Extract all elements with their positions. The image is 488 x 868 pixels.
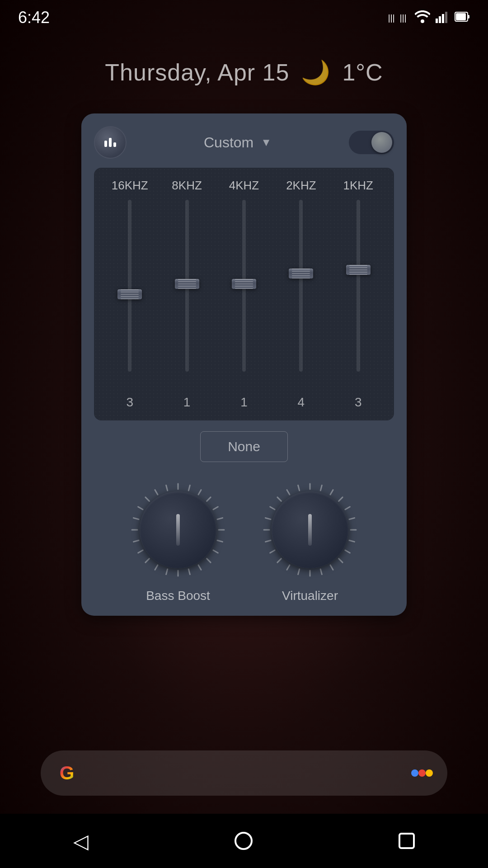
slider-16k[interactable] [109, 200, 150, 390]
slider-8k[interactable] [167, 200, 207, 390]
value-16k: 3 [107, 395, 152, 410]
virtualizer-knob[interactable] [260, 480, 360, 580]
svg-point-0 [421, 19, 424, 23]
none-button[interactable]: None [200, 431, 288, 462]
svg-point-58 [426, 769, 433, 777]
bass-boost-knob-wrapper[interactable]: // We'll generate ticks via HTML below B… [128, 480, 228, 603]
virtualizer-label: Virtualizer [282, 589, 338, 603]
svg-rect-7 [468, 15, 469, 19]
recents-button[interactable] [399, 833, 415, 849]
date-text: Thursday, Apr 15 [105, 59, 289, 85]
slider-track-2k[interactable] [299, 200, 303, 372]
temperature: 1°C [342, 59, 383, 85]
freq-label-1k: 1KHZ [336, 179, 381, 193]
virtualizer-indicator [308, 514, 312, 546]
eq-power-toggle[interactable] [349, 131, 394, 154]
home-icon [235, 832, 253, 850]
slider-4k[interactable] [224, 200, 264, 390]
eq-sliders-panel: 16KHZ 8KHZ 4KHZ 2KHZ 1KHZ [94, 168, 394, 420]
slider-track-4k[interactable] [242, 200, 246, 372]
value-4k: 1 [221, 395, 267, 410]
search-bar[interactable]: G [41, 750, 447, 796]
moon-icon: 🌙 [301, 59, 331, 85]
google-assistant-icon [410, 764, 434, 782]
value-1k: 3 [336, 395, 381, 410]
svg-rect-1 [436, 19, 438, 23]
svg-line-55 [298, 485, 300, 491]
virtualizer-knob-body [272, 491, 348, 568]
wifi-icon [415, 10, 430, 25]
bass-boost-label: Bass Boost [146, 589, 210, 603]
slider-1k[interactable] [338, 200, 379, 390]
value-8k: 1 [164, 395, 210, 410]
toggle-knob [371, 132, 392, 153]
search-bar-container: G [41, 750, 447, 796]
freq-labels: 16KHZ 8KHZ 4KHZ 2KHZ 1KHZ [101, 179, 387, 193]
svg-rect-6 [456, 13, 466, 20]
google-logo: G [54, 760, 80, 786]
svg-rect-3 [442, 14, 444, 23]
back-button[interactable]: ◁ [73, 830, 89, 853]
svg-point-57 [418, 769, 426, 777]
freq-label-16k: 16KHZ [107, 179, 152, 193]
eq-widget: Custom ▼ 16KHZ 8KHZ 4KHZ 2KHZ 1KHZ [81, 113, 407, 616]
status-time: 6:42 [18, 8, 50, 27]
freq-label-4k: 4KHZ [221, 179, 267, 193]
signal-icon [436, 10, 449, 25]
knobs-row: // We'll generate ticks via HTML below B… [94, 480, 394, 603]
slider-track-16k[interactable] [128, 200, 131, 372]
svg-point-56 [411, 769, 418, 777]
status-bar: 6:42 ⫼⫼ [0, 0, 488, 32]
slider-track-8k[interactable] [185, 200, 189, 372]
date-widget: Thursday, Apr 15 🌙 1°C [0, 59, 488, 86]
recents-icon [399, 833, 415, 849]
slider-2k[interactable] [281, 200, 321, 390]
status-icons: ⫼⫼ [386, 10, 470, 25]
slider-handle-8k[interactable] [175, 279, 199, 289]
eq-logo-button[interactable] [94, 126, 127, 159]
bars-icon [104, 138, 116, 147]
bass-boost-knob-body [140, 491, 216, 568]
battery-icon [455, 12, 470, 24]
slider-handle-1k[interactable] [346, 265, 371, 275]
slider-handle-4k[interactable] [232, 279, 256, 289]
preset-selector[interactable]: Custom ▼ [204, 134, 272, 151]
virtualizer-knob-wrapper[interactable]: Virtualizer [260, 480, 360, 603]
svg-rect-2 [439, 16, 441, 23]
slider-track-1k[interactable] [357, 200, 360, 372]
dropdown-arrow-icon: ▼ [261, 136, 272, 149]
nav-bar: ◁ [0, 814, 488, 868]
back-icon: ◁ [73, 830, 89, 853]
home-button[interactable] [235, 832, 253, 850]
svg-line-31 [166, 485, 168, 491]
freq-label-8k: 8KHZ [164, 179, 210, 193]
sliders-container [101, 200, 387, 390]
eq-header: Custom ▼ [94, 126, 394, 159]
bass-boost-indicator [176, 514, 180, 546]
slider-handle-2k[interactable] [289, 269, 313, 278]
svg-rect-4 [445, 12, 447, 23]
freq-label-2k: 2KHZ [278, 179, 324, 193]
preset-label: Custom [204, 134, 253, 151]
slider-handle-16k[interactable] [117, 289, 142, 299]
bass-boost-knob[interactable]: // We'll generate ticks via HTML below [128, 480, 228, 580]
value-labels: 3 1 1 4 3 [101, 395, 387, 410]
google-g-letter: G [60, 762, 75, 784]
eq-indicator-icon: ⫼⫼ [386, 11, 409, 25]
value-2k: 4 [278, 395, 324, 410]
